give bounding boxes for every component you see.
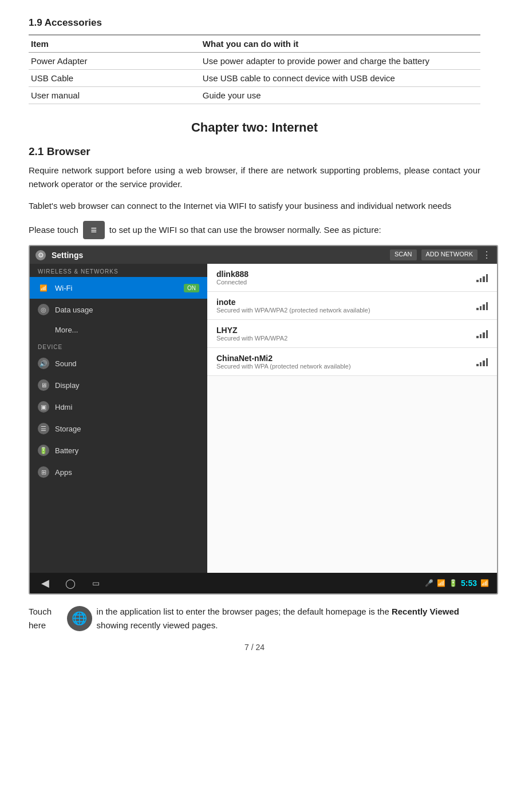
- table-cell-desc: Use power adapter to provide power and c…: [200, 53, 480, 70]
- screenshot-body: WIRELESS & NETWORKS 📶 Wi-Fi ON ◎ Data us…: [30, 264, 497, 573]
- page-number: 7 / 24: [29, 643, 480, 652]
- screenshot-title: Settings: [52, 251, 384, 260]
- apps-label: Apps: [55, 468, 72, 477]
- device-section-label: DEVICE: [30, 339, 207, 352]
- screenshot-topbar: ⚙ Settings SCAN ADD NETWORK ⋮: [30, 246, 497, 264]
- wifi-network-name: ChinaNet-nMi2: [216, 354, 471, 363]
- para4-after: in the application list to enter the bro…: [97, 605, 480, 632]
- wifi-network-status: Secured with WPA/WPA2 (protected network…: [216, 307, 471, 314]
- recently-viewed-text: Recently Viewed: [392, 607, 459, 616]
- table-cell-item: Power Adapter: [29, 53, 200, 70]
- wifi-item-info: LHYZSecured with WPA/WPA2: [216, 326, 471, 342]
- sidebar-item-display[interactable]: 🖥 Display: [30, 374, 207, 396]
- storage-label: Storage: [55, 425, 81, 433]
- sidebar-item-sound[interactable]: 🔊 Sound: [30, 352, 207, 374]
- wifi-network-item[interactable]: LHYZSecured with WPA/WPA2: [207, 320, 497, 348]
- wifi-item-info: ChinaNet-nMi2Secured with WPA (protected…: [216, 354, 471, 370]
- wifi-status-icon: 📶: [480, 579, 489, 587]
- battery-label: Battery: [55, 446, 78, 455]
- table-row: Power AdapterUse power adapter to provid…: [29, 53, 480, 70]
- table-row: User manualGuide your use: [29, 87, 480, 104]
- accessories-section: 1.9 Accessories Item What you can do wit…: [29, 17, 480, 104]
- settings-icon: [83, 221, 105, 239]
- wifi-toggle[interactable]: ON: [184, 284, 199, 292]
- wifi-icon: 📶: [38, 282, 49, 294]
- table-cell-desc: Use USB cable to connect device with USB…: [200, 70, 480, 87]
- sidebar-item-data-usage[interactable]: ◎ Data usage: [30, 299, 207, 320]
- wifi-network-item[interactable]: inoteSecured with WPA/WPA2 (protected ne…: [207, 292, 497, 320]
- screenshot-container: ⚙ Settings SCAN ADD NETWORK ⋮ WIRELESS &…: [29, 245, 498, 595]
- wifi-network-name: LHYZ: [216, 326, 471, 335]
- wifi-item-info: dlink888Connected: [216, 270, 471, 286]
- para3-after: to set up the WIFI so that can use the b…: [109, 223, 381, 237]
- sidebar-item-storage[interactable]: ☰ Storage: [30, 418, 207, 439]
- more-options-icon[interactable]: ⋮: [482, 249, 491, 260]
- wifi-signal-icon: [476, 273, 488, 282]
- section-title-accessories: 1.9 Accessories: [29, 17, 480, 29]
- col-desc-header: What you can do with it: [200, 35, 480, 53]
- col-item-header: Item: [29, 35, 200, 53]
- sidebar-item-battery[interactable]: 🔋 Battery: [30, 439, 207, 461]
- browser-section: 2.1 Browser Require network support befo…: [29, 145, 480, 632]
- sound-label: Sound: [55, 359, 77, 368]
- browser-heading: 2.1 Browser: [29, 145, 480, 158]
- wifi-item-info: inoteSecured with WPA/WPA2 (protected ne…: [216, 298, 471, 314]
- browser-globe-icon: [67, 606, 92, 631]
- status-bar-right: 🎤 📶 🔋 5:53 📶: [425, 579, 489, 588]
- para4-end: showing recently viewed pages.: [97, 620, 218, 630]
- table-row: USB CableUse USB cable to connect device…: [29, 70, 480, 87]
- browser-para3-row: Please touch to set up the WIFI so that …: [29, 221, 480, 239]
- add-network-button[interactable]: ADD NETWORK: [421, 249, 478, 260]
- wifi-network-name: dlink888: [216, 270, 471, 279]
- screenshot-bottombar: ◀ ◯ ▭ 🎤 📶 🔋 5:53 📶: [30, 573, 497, 593]
- data-usage-icon: ◎: [38, 304, 49, 315]
- browser-para4-row: Touch here in the application list to en…: [29, 605, 480, 632]
- para4-before: Touch here: [29, 605, 62, 632]
- wireless-section-label: WIRELESS & NETWORKS: [30, 264, 207, 277]
- sound-icon: 🔊: [38, 358, 49, 369]
- wifi-label: Wi-Fi: [55, 284, 72, 292]
- settings-sidebar: WIRELESS & NETWORKS 📶 Wi-Fi ON ◎ Data us…: [30, 264, 207, 573]
- hdmi-label: Hdmi: [55, 403, 72, 411]
- signal-icon: 📶: [437, 579, 445, 587]
- para3-before: Please touch: [29, 223, 78, 237]
- chapter-title: Chapter two: Internet: [29, 120, 480, 135]
- wifi-network-status: Connected: [216, 279, 471, 286]
- sidebar-item-wifi[interactable]: 📶 Wi-Fi ON: [30, 277, 207, 299]
- wifi-network-status: Secured with WPA/WPA2: [216, 335, 471, 342]
- browser-para2: Tablet's web browser can connect to the …: [29, 199, 480, 213]
- battery-icon: 🔋: [38, 445, 49, 456]
- scan-button[interactable]: SCAN: [390, 249, 417, 260]
- sidebar-item-hdmi[interactable]: ▣ Hdmi: [30, 396, 207, 418]
- wifi-signal-icon: [476, 301, 488, 310]
- wifi-network-status: Secured with WPA (protected network avai…: [216, 363, 471, 370]
- wifi-signal-icon: [476, 357, 488, 366]
- display-label: Display: [55, 381, 80, 390]
- sidebar-item-apps[interactable]: ⊞ Apps: [30, 461, 207, 483]
- wifi-network-item[interactable]: dlink888Connected: [207, 264, 497, 292]
- topbar-actions: SCAN ADD NETWORK ⋮: [390, 249, 491, 260]
- storage-icon: ☰: [38, 423, 49, 434]
- data-usage-label: Data usage: [55, 306, 93, 314]
- battery-status-icon: 🔋: [449, 579, 457, 587]
- sidebar-item-more[interactable]: More...: [30, 320, 207, 339]
- settings-gear-icon: ⚙: [35, 250, 46, 260]
- nav-back-button[interactable]: ◀: [38, 577, 53, 589]
- hdmi-icon: ▣: [38, 401, 49, 413]
- browser-para1: Require network support before using a w…: [29, 164, 480, 191]
- apps-icon: ⊞: [38, 466, 49, 478]
- more-label: More...: [55, 326, 78, 334]
- wifi-network-name: inote: [216, 298, 471, 307]
- table-cell-desc: Guide your use: [200, 87, 480, 104]
- wifi-signal-icon: [476, 329, 488, 338]
- wifi-networks-list: dlink888ConnectedinoteSecured with WPA/W…: [207, 264, 497, 573]
- wifi-network-item[interactable]: ChinaNet-nMi2Secured with WPA (protected…: [207, 348, 497, 376]
- table-cell-item: User manual: [29, 87, 200, 104]
- display-icon: 🖥: [38, 379, 49, 391]
- nav-home-button[interactable]: ◯: [63, 577, 78, 589]
- accessories-table: Item What you can do with it Power Adapt…: [29, 34, 480, 104]
- clock-display: 5:53: [461, 579, 477, 588]
- table-cell-item: USB Cable: [29, 70, 200, 87]
- nav-recent-button[interactable]: ▭: [88, 577, 103, 589]
- mic-icon: 🎤: [425, 579, 433, 587]
